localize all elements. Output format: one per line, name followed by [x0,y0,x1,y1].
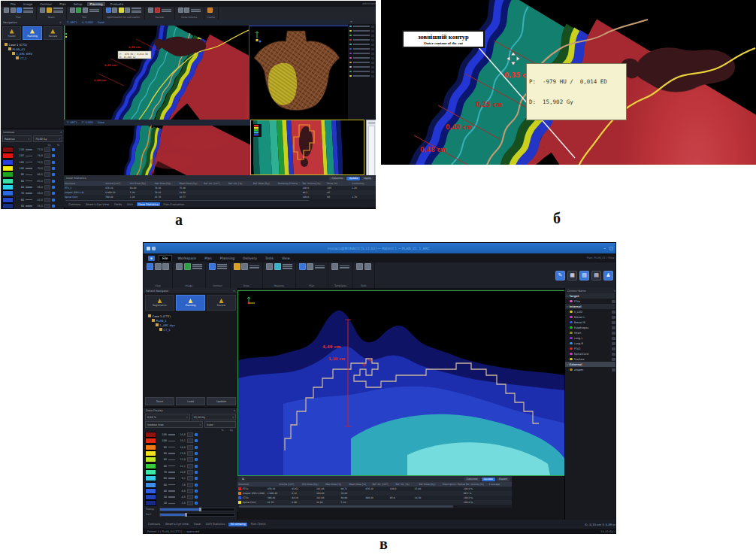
structure-group-header[interactable]: ▾Internal [565,304,616,309]
isodose-color-swatch[interactable] [145,432,156,438]
toolbar-text-item[interactable] [192,268,202,269]
toolbar-text-item[interactable] [162,9,171,11]
sidebar-tab-review[interactable]: Review [207,295,236,311]
isodose-visible-toggle[interactable] [195,477,198,480]
isodose-line-style[interactable] [26,199,32,201]
table-toolbar-button[interactable]: Export [497,478,510,481]
isodose-color-swatch[interactable] [145,456,156,462]
menu-item[interactable]: File [8,2,18,6]
status-tab[interactable]: Dose [192,523,202,526]
toolbar-text-item[interactable] [53,10,63,11]
isodose-visible-toggle[interactable] [195,446,198,449]
table-column-header[interactable]: Rel. Volume [%] [302,182,327,185]
status-tab[interactable]: Contours [147,523,162,526]
table-column-header[interactable]: Ref. Dose [Gy] [419,483,442,486]
isodose-row[interactable]: 10015,1 [144,438,237,444]
visibility-toggle[interactable] [371,66,374,68]
isodose-mode-select[interactable]: Relative▾ [2,135,32,142]
toolbar-text-item[interactable] [53,8,63,9]
status-tab[interactable]: Beam's Eye View [84,202,110,206]
structure-row[interactable] [348,74,376,78]
prescription-select[interactable]: 15,10 Gy▾ [192,414,237,420]
structure-row[interactable]: Breast L [565,314,616,320]
toolbar-icon[interactable] [207,8,213,13]
table-column-header[interactable]: Structure [237,483,278,486]
status-tab[interactable]: Dose Statistics [137,202,160,206]
table-column-header[interactable]: Mean Dose [Gy] [178,182,203,185]
visibility-toggle[interactable] [371,62,374,64]
isodose-visible-toggle[interactable] [52,161,55,164]
table-column-header[interactable]: Prescription / Remarks [442,483,465,486]
isodose-color-swatch[interactable] [145,488,156,494]
isodose-dropdown[interactable] [44,160,50,165]
status-tab[interactable]: Contours [67,202,82,206]
menu-item[interactable]: Contour [38,2,54,6]
isodose-visible-toggle[interactable] [195,490,198,493]
toolbar-text-item[interactable] [89,9,99,11]
table-column-header[interactable]: Min Dose [Gy] [301,483,325,486]
axial-dose-viewport[interactable]: 0,35 cm 0,25 cm 0,40 cm P: -979 HU / 0,0… [64,26,249,120]
isodose-line-style[interactable] [168,466,175,467]
eye-visibility-toggle[interactable] [612,358,616,361]
toolbar-icon[interactable] [176,263,183,270]
isodose-line-style[interactable] [168,441,175,442]
isodose-dropdown[interactable] [187,476,193,481]
isodose-visible-toggle[interactable] [52,180,55,183]
eye-visibility-toggle[interactable] [612,337,616,340]
toolbar-icon[interactable] [125,8,130,13]
isodose-visible-toggle[interactable] [52,205,55,208]
isodose-line-style[interactable] [26,156,32,157]
toolbar-icon[interactable] [209,263,216,270]
visibility-toggle[interactable] [371,53,374,55]
table-column-header[interactable]: Conformity [351,182,376,185]
menu-item[interactable]: Delivery [240,256,259,260]
isodose-dropdown[interactable] [187,451,193,456]
visibility-toggle[interactable] [371,71,374,73]
isodose-row[interactable]: 609,1 [144,475,237,481]
table-column-header[interactable]: Ref. Dose [Gy] [253,182,277,185]
table-column-header[interactable]: Volume [cm³] [278,483,301,486]
toolbar-icon[interactable] [234,263,240,270]
table-column-header[interactable]: Volume [cm³] [104,182,129,185]
isodose-row[interactable]: 9013,6 [144,450,237,456]
toolbar-text-item[interactable] [191,9,201,11]
isodose-color-swatch[interactable] [145,469,156,475]
sagittal-dose-viewport-active[interactable] [250,120,364,175]
toolbar-icon[interactable] [83,8,88,13]
isodose-visible-toggle[interactable] [52,199,55,202]
isodose-line-style[interactable] [168,434,175,435]
isodose-row[interactable]: 7049,0 [1,190,64,196]
status-tab[interactable]: Fields [113,202,123,206]
toolbar-icon[interactable] [4,8,9,13]
menu-item[interactable]: File [159,255,172,261]
toolbar-text-item[interactable] [192,266,202,268]
toolbar-text-item[interactable] [217,268,227,269]
isodose-line-style[interactable] [168,490,175,492]
isodose-visible-toggle[interactable] [52,186,55,189]
ribbon-big-button[interactable]: ▧ [579,271,589,281]
isodose-line-style[interactable] [26,193,32,194]
eye-visibility-toggle[interactable] [612,332,616,335]
isodose-row[interactable]: 8012,1 [144,462,237,469]
sidebar-tab-fusion[interactable]: Fusion [2,26,21,40]
isodose-line-style[interactable] [168,459,175,461]
toolbar-icon[interactable] [40,8,45,13]
isodose-row[interactable]: 9063,0 [1,177,64,183]
structure-row[interactable]: Trachea [565,356,616,362]
isodose-row[interactable]: 203,0 [144,500,237,506]
status-tab[interactable]: DVH [125,202,135,206]
status-tab[interactable]: DVH Statistics [204,523,226,526]
toolbar-icon[interactable] [331,263,338,270]
isodose-color-swatch[interactable] [145,438,156,444]
structure-row[interactable]: PTVs [565,299,616,304]
isodose-row[interactable]: 8512,9 [144,456,237,462]
isodose-visible-toggle[interactable] [52,148,55,151]
isodose-visible-toggle[interactable] [52,167,55,170]
isodose-color-swatch[interactable] [2,190,14,196]
toolbar-text-item[interactable] [283,266,292,268]
isodose-visible-toggle[interactable] [195,484,198,487]
isodose-line-style[interactable] [26,174,32,176]
menu-item[interactable]: Setup [71,2,85,6]
maximize-button[interactable]: □ [609,246,613,250]
toolbar-icon[interactable] [119,8,124,13]
